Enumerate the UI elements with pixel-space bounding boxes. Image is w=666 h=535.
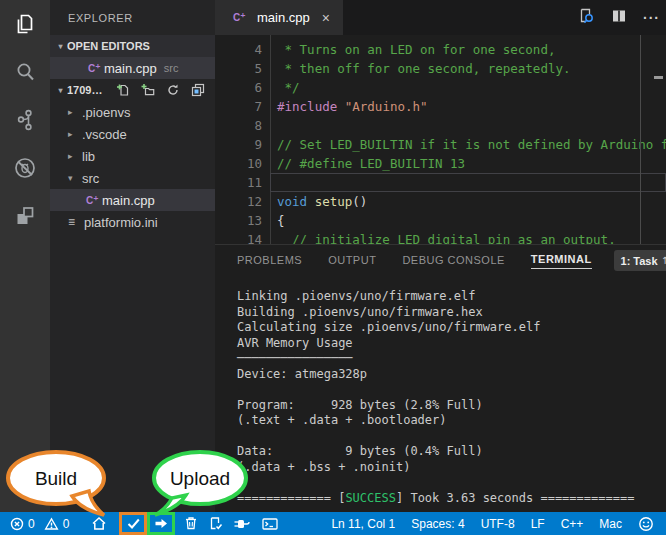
code-line-6[interactable]: 6 */ xyxy=(215,78,666,97)
tree-item-label: .vscode xyxy=(82,127,127,142)
panel-tab-problems[interactable]: PROBLEMS xyxy=(237,254,302,269)
new-file-icon[interactable] xyxy=(115,83,130,98)
terminal-line xyxy=(237,429,666,445)
folder-name-label: 1709… xyxy=(67,84,102,96)
terminal-line: (.data + .bss + .noinit) xyxy=(237,460,666,476)
open-editors-header[interactable]: ▾ OPEN EDITORS xyxy=(50,35,215,57)
terminal-line: ============= [SUCCESS] Took 3.63 second… xyxy=(237,491,666,507)
folder-actions xyxy=(115,83,215,98)
panel-tab-debug-console[interactable]: DEBUG CONSOLE xyxy=(402,254,504,269)
split-editor-icon[interactable] xyxy=(610,7,628,29)
code-line-12[interactable]: 12void setup() xyxy=(215,192,666,211)
terminal-line xyxy=(237,475,666,491)
pio-home-button[interactable] xyxy=(91,512,107,535)
code-line-8[interactable]: 8 xyxy=(215,116,666,135)
code-text: // #define LED_BUILTIN 13 xyxy=(277,154,465,173)
status-item-utf-8[interactable]: UTF-8 xyxy=(481,517,515,531)
tree-item-src[interactable]: ▾src xyxy=(50,167,215,189)
code-line-4[interactable]: 4 * Turns on an LED on for one second, xyxy=(215,40,666,59)
status-item-spaces-4[interactable]: Spaces: 4 xyxy=(411,517,464,531)
code-line-5[interactable]: 5 * then off for one second, repeatedly. xyxy=(215,59,666,78)
line-number: 13 xyxy=(215,211,262,230)
terminal-line: Program: 928 bytes (2.8% Full) xyxy=(237,398,666,414)
code-line-9[interactable]: 9// Set LED_BUILTIN if it is not defined… xyxy=(215,135,666,154)
vscode-window: EXPLORER ▾ OPEN EDITORS C⁺ main.cpp src … xyxy=(0,0,666,535)
code-line-14[interactable]: 14 // initialize LED digital pin as an o… xyxy=(215,230,666,244)
extensions-icon[interactable] xyxy=(0,192,50,240)
upload-button[interactable] xyxy=(147,512,175,535)
tree-item-main.cpp[interactable]: C⁺main.cpp xyxy=(50,189,215,211)
task-selector-label: 1: Task xyxy=(621,255,658,267)
terminal-line: Data: 9 bytes (0.4% Full) xyxy=(237,444,666,460)
open-editor-detail: src xyxy=(164,62,179,74)
cpp-file-icon: C⁺ xyxy=(233,12,249,23)
tree-item-label: platformio.ini xyxy=(84,215,158,230)
error-count: 0 xyxy=(28,517,35,531)
line-number: 4 xyxy=(215,40,262,59)
run-task-button[interactable] xyxy=(209,512,223,535)
new-terminal-button[interactable] xyxy=(262,512,278,535)
tree-item-platformio.ini[interactable]: ≡platformio.ini xyxy=(50,211,215,233)
ini-file-icon: ≡ xyxy=(68,215,84,229)
sidebar-title: EXPLORER xyxy=(50,0,215,35)
folder-section-header[interactable]: ▾ 1709… xyxy=(50,79,215,101)
code-line-10[interactable]: 10// #define LED_BUILTIN 13 xyxy=(215,154,666,173)
line-number: 11 xyxy=(215,173,262,192)
search-icon[interactable] xyxy=(0,48,50,96)
find-in-file-icon[interactable] xyxy=(577,7,595,29)
tab-label: main.cpp xyxy=(257,10,310,25)
code-text: */ xyxy=(277,78,300,97)
code-text: // initialize LED digital pin as an outp… xyxy=(277,230,616,244)
more-actions-icon[interactable]: ··· xyxy=(643,10,660,26)
code-text: * Turns on an LED on for one second, xyxy=(277,40,555,59)
status-item-c-[interactable]: C++ xyxy=(561,517,584,531)
code-line-11[interactable]: 11 xyxy=(215,173,666,192)
build-button[interactable] xyxy=(119,512,147,535)
tree-item-.pioenvs[interactable]: ▸.pioenvs xyxy=(50,101,215,123)
refresh-icon[interactable] xyxy=(165,83,180,98)
tree-item-lib[interactable]: ▸lib xyxy=(50,145,215,167)
status-item-mac[interactable]: Mac xyxy=(599,517,622,531)
tab-bar: C⁺ main.cpp × xyxy=(215,0,666,35)
twistie-icon: ▸ xyxy=(68,151,82,161)
tab-close-icon[interactable]: × xyxy=(322,10,330,26)
tab-main-cpp[interactable]: C⁺ main.cpp × xyxy=(215,0,343,35)
collapse-all-icon[interactable] xyxy=(190,83,205,98)
line-number: 7 xyxy=(215,97,262,116)
errors-indicator[interactable]: 0 xyxy=(10,512,35,535)
source-control-icon[interactable] xyxy=(0,96,50,144)
cpp-file-icon: C⁺ xyxy=(88,63,104,74)
warnings-indicator[interactable]: 0 xyxy=(44,512,70,535)
status-item-ln-11-col-1[interactable]: Ln 11, Col 1 xyxy=(331,517,395,531)
section-twistie-icon: ▾ xyxy=(54,42,67,51)
panel-tab-terminal[interactable]: TERMINAL xyxy=(531,253,592,269)
new-folder-icon[interactable] xyxy=(140,83,155,98)
tree-item-label: main.cpp xyxy=(102,193,155,208)
overview-ruler-mark xyxy=(654,76,663,79)
file-tree: ▸.pioenvs▸.vscode▸lib▾srcC⁺main.cpp≡plat… xyxy=(50,101,215,233)
section-twistie-icon: ▾ xyxy=(54,86,67,95)
line-number: 5 xyxy=(215,59,262,78)
line-number: 12 xyxy=(215,192,262,211)
code-line-7[interactable]: 7#include "Arduino.h" xyxy=(215,97,666,116)
editor-actions: ··· xyxy=(577,0,660,35)
tree-item-.vscode[interactable]: ▸.vscode xyxy=(50,123,215,145)
open-editor-label: main.cpp xyxy=(104,61,157,76)
line-number: 14 xyxy=(215,230,262,244)
status-item-lf[interactable]: LF xyxy=(531,517,545,531)
explorer-icon[interactable] xyxy=(0,0,50,48)
feedback-smiley-icon[interactable] xyxy=(638,512,654,535)
code-line-13[interactable]: 13{ xyxy=(215,211,666,230)
code-text: * then off for one second, repeatedly. xyxy=(277,59,571,78)
terminal-line: AVR Memory Usage xyxy=(237,336,666,352)
debug-icon[interactable] xyxy=(0,144,50,192)
terminal-output[interactable]: Linking .pioenvs/uno/firmware.elfBuildin… xyxy=(237,289,666,513)
editor-group: C⁺ main.cpp × xyxy=(215,0,666,512)
task-selector[interactable]: 1: Task ⇅ xyxy=(614,250,666,271)
code-editor[interactable]: 3 *4 * Turns on an LED on for one second… xyxy=(215,35,666,244)
clean-button[interactable] xyxy=(184,512,198,535)
open-editor-main-cpp[interactable]: C⁺ main.cpp src xyxy=(50,57,215,79)
tree-item-label: src xyxy=(82,171,99,186)
serial-monitor-button[interactable] xyxy=(234,512,250,535)
panel-tab-output[interactable]: OUTPUT xyxy=(328,254,376,269)
